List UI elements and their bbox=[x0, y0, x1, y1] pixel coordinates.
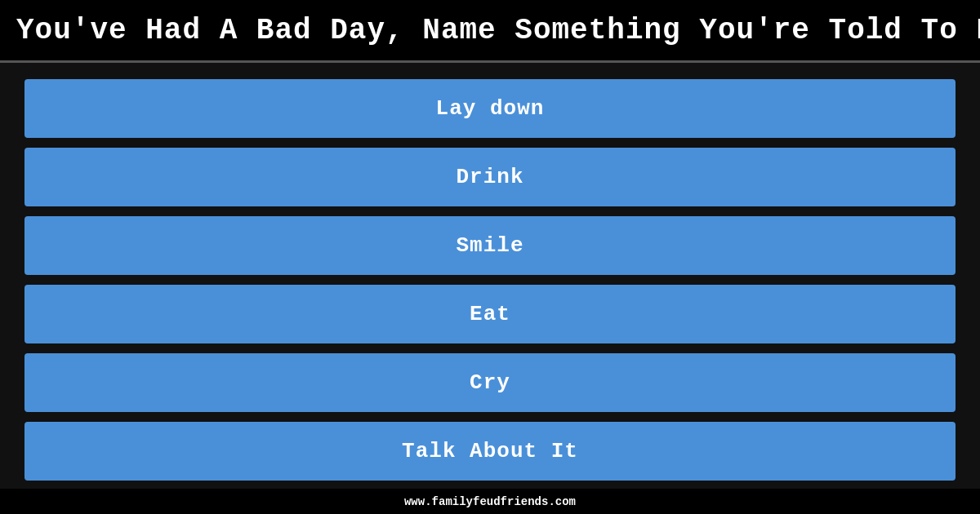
answer-label-1: Drink bbox=[456, 165, 523, 189]
question-header: You've Had A Bad Day, Name Something You… bbox=[0, 0, 980, 63]
answer-button-2[interactable]: Smile bbox=[24, 216, 956, 275]
answer-button-4[interactable]: Cry bbox=[24, 353, 956, 412]
answer-button-5[interactable]: Talk About It bbox=[24, 422, 956, 481]
question-text: You've Had A Bad Day, Name Something You… bbox=[16, 14, 980, 47]
answer-button-1[interactable]: Drink bbox=[24, 148, 956, 206]
answers-container: Lay downDrinkSmileEatCryTalk About It bbox=[0, 63, 980, 489]
answer-label-2: Smile bbox=[456, 233, 523, 258]
answer-button-3[interactable]: Eat bbox=[24, 285, 956, 343]
answer-label-5: Talk About It bbox=[402, 439, 578, 463]
footer: www.familyfeudfriends.com bbox=[0, 489, 980, 514]
answer-label-4: Cry bbox=[470, 370, 510, 395]
footer-url: www.familyfeudfriends.com bbox=[404, 495, 576, 508]
answer-button-0[interactable]: Lay down bbox=[24, 79, 956, 138]
answer-label-3: Eat bbox=[470, 302, 510, 326]
answer-label-0: Lay down bbox=[436, 96, 545, 121]
